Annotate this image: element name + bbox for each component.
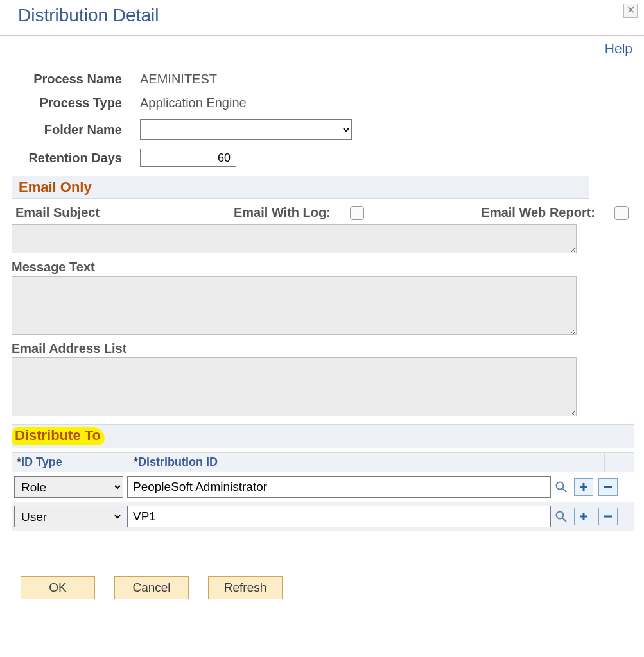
process-type-value: Application Engine [140, 96, 247, 110]
svg-point-5 [557, 512, 564, 519]
id-type-select[interactable]: User [14, 506, 123, 527]
plus-icon [579, 482, 589, 492]
magnifier-icon [555, 481, 568, 493]
magnifier-icon [555, 510, 568, 523]
delete-row-button[interactable] [598, 478, 618, 496]
retention-days-input[interactable] [140, 149, 236, 167]
plus-icon [579, 511, 589, 522]
distribution-id-input[interactable] [127, 476, 551, 498]
distribute-to-grid: *ID Type *Distribution ID Role User [12, 452, 634, 531]
email-web-report-checkbox[interactable] [614, 206, 629, 220]
distribute-to-header: Distribute To [12, 427, 105, 445]
page-title: Distribution Detail [18, 5, 634, 26]
folder-name-label: Folder Name [12, 123, 140, 137]
minus-icon [603, 482, 613, 492]
process-name-value: AEMINITEST [140, 72, 217, 87]
retention-days-label: Retention Days [12, 151, 140, 166]
add-row-button[interactable] [574, 508, 593, 525]
distribute-to-section: Distribute To [12, 424, 634, 448]
email-address-list-label: Email Address List [12, 341, 632, 356]
ok-button[interactable]: OK [21, 576, 95, 599]
help-row: Help [0, 36, 644, 56]
close-icon: ✕ [627, 4, 635, 15]
table-row: Role [12, 472, 634, 502]
col-header-idtype[interactable]: *ID Type [12, 453, 128, 472]
svg-line-1 [563, 489, 567, 493]
email-address-list-textarea[interactable] [12, 357, 577, 416]
help-link[interactable]: Help [605, 41, 632, 56]
svg-line-6 [563, 518, 567, 522]
process-name-label: Process Name [12, 72, 140, 87]
refresh-button[interactable]: Refresh [208, 576, 283, 599]
lookup-button[interactable] [553, 479, 569, 495]
email-web-report-label: Email Web Report: [482, 205, 595, 220]
email-with-log-label: Email With Log: [234, 205, 331, 220]
folder-name-select[interactable] [140, 119, 352, 140]
distribution-id-input[interactable] [127, 506, 551, 527]
col-header-distid[interactable]: *Distribution ID [128, 453, 575, 472]
message-text-textarea[interactable] [12, 276, 577, 335]
email-with-log-checkbox[interactable] [350, 206, 364, 220]
cancel-button[interactable]: Cancel [114, 576, 189, 599]
table-row: User [12, 502, 634, 531]
id-type-select[interactable]: Role [14, 476, 123, 498]
email-subject-textarea[interactable] [12, 224, 577, 253]
email-subject-label: Email Subject [15, 205, 214, 220]
lookup-button[interactable] [553, 509, 569, 524]
close-button[interactable]: ✕ [623, 4, 638, 18]
title-bar: Distribution Detail ✕ [0, 0, 644, 36]
email-only-header: Email Only [12, 176, 589, 199]
delete-row-button[interactable] [598, 508, 618, 525]
minus-icon [603, 511, 613, 522]
svg-point-0 [557, 482, 564, 490]
message-text-label: Message Text [12, 260, 632, 275]
add-row-button[interactable] [574, 478, 593, 496]
process-type-label: Process Type [12, 96, 140, 110]
